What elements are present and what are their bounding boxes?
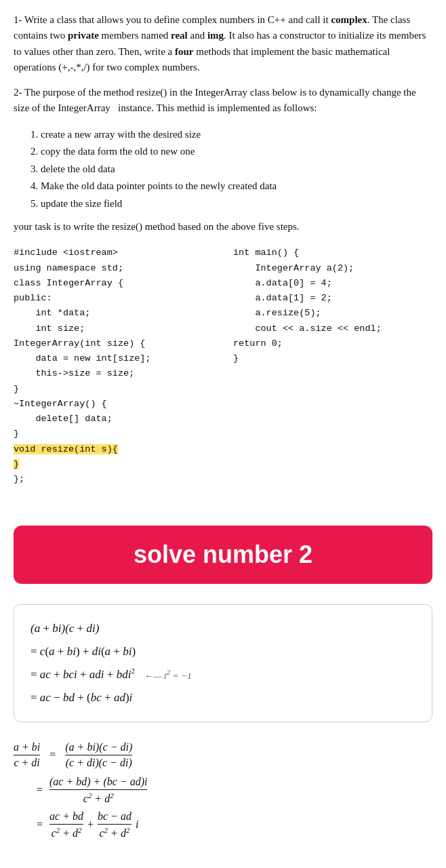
math-line-4: = ac − bd + (bc + ad)i	[31, 686, 415, 709]
code-line-highlight: }	[14, 457, 213, 472]
bold-img: img	[207, 30, 224, 41]
fraction-lhs: a + bi c + di	[14, 741, 40, 769]
code-section: #include <iostream> using namespace std;…	[14, 245, 432, 487]
div-row-1: a + bi c + di = (a + bi)(c − di) (c + di…	[14, 741, 432, 769]
code-line: IntegerArray(int size) {	[14, 336, 213, 351]
code-left: #include <iostream> using namespace std;…	[14, 245, 213, 487]
fraction-part1: ac + bd c2 + d2	[49, 810, 83, 840]
code-line: int main() {	[233, 245, 432, 260]
math-line-3: = ac + bci + adi + bdi2 ←— i2 = −1	[31, 663, 415, 686]
bold-complex: complex	[331, 14, 367, 25]
code-line: };	[14, 472, 213, 487]
fraction-rhs-1: (a + bi)(c − di) (c + di)(c − di)	[65, 741, 132, 769]
step-3: delete the old data	[41, 161, 432, 178]
div-block: = (ac + bd) + (bc − ad)i c2 + d2 = ac + …	[34, 776, 432, 840]
code-line: ~IntegerArray() {	[14, 397, 213, 412]
code-line: IntegerArray a(2);	[233, 261, 432, 276]
step-4: Make the old data pointer points to the …	[41, 178, 432, 195]
code-line: return 0;	[233, 336, 432, 351]
bold-four: four	[175, 46, 194, 57]
code-line: public:	[14, 291, 213, 306]
code-line: int size;	[14, 321, 213, 336]
fraction-rhs-2: (ac + bd) + (bc − ad)i c2 + d2	[49, 776, 147, 805]
solve-banner: solve number 2	[14, 526, 432, 584]
problem1-text: 1- Write a class that allows you to defi…	[14, 12, 432, 75]
arrow-note: ←— i2 = −1	[144, 665, 192, 685]
math-derivation-box: (a + bi)(c + di) = c(a + bi) + di(a + bi…	[14, 604, 432, 722]
code-line-highlight: void resize(int s){	[14, 442, 213, 457]
code-line: this->size = size;	[14, 366, 213, 381]
step-1: create a new array with the desired size	[41, 126, 432, 144]
step-2: copy the data form the old to new one	[41, 143, 432, 161]
bold-real: real	[171, 30, 188, 41]
problem2-text: 2- The purpose of the method resize() in…	[14, 85, 432, 117]
code-line: #include <iostream>	[14, 245, 213, 260]
code-line: a.data[0] = 4;	[233, 276, 432, 291]
code-line: int *data;	[14, 306, 213, 321]
bold-private: private	[68, 30, 99, 41]
code-right: int main() { IntegerArray a(2); a.data[0…	[233, 245, 432, 487]
banner-text: solve number 2	[134, 540, 312, 568]
code-line: class IntegerArray {	[14, 276, 213, 291]
code-line: using namespace std;	[14, 261, 213, 276]
code-line: delete[] data;	[14, 412, 213, 427]
step-5: update the size field	[41, 195, 432, 213]
code-line: }	[14, 427, 213, 441]
math-line-1: (a + bi)(c + di)	[31, 617, 415, 640]
code-line: }	[14, 382, 213, 397]
page-content: 1- Write a class that allows you to defi…	[0, 0, 446, 513]
fraction-part2: bc − ad c2 + d2	[98, 810, 131, 840]
steps-list: create a new array with the desired size…	[34, 126, 432, 213]
div-line-3: = ac + bd c2 + d2 + bc − ad c2 + d2 i	[34, 810, 432, 840]
division-section: a + bi c + di = (a + bi)(c − di) (c + di…	[14, 741, 432, 840]
code-line: cout << a.size << endl;	[233, 321, 432, 336]
code-line: data = new int[size];	[14, 351, 213, 366]
code-line: }	[233, 351, 432, 366]
math-line-2: = c(a + bi) + di(a + bi)	[31, 640, 415, 663]
code-line: a.resize(5);	[233, 306, 432, 321]
div-line-2: = (ac + bd) + (bc − ad)i c2 + d2	[34, 776, 432, 805]
task-line: your task is to write the resize() metho…	[14, 219, 432, 235]
code-line: a.data[1] = 2;	[233, 291, 432, 306]
